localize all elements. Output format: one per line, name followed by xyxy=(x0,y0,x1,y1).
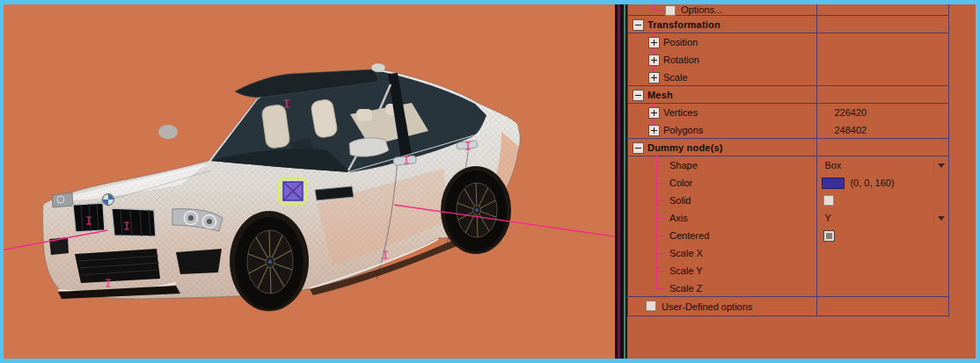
collapse-icon[interactable] xyxy=(633,142,644,154)
expand-icon[interactable] xyxy=(648,54,660,66)
property-row-scale-z[interactable]: Scale Z xyxy=(628,280,948,297)
far-side-mirror xyxy=(158,125,178,139)
viewport-3d[interactable] xyxy=(4,4,614,359)
headlight-bulb-2 xyxy=(207,219,212,224)
bumper-side-intake xyxy=(176,249,222,274)
row-label: Transformation xyxy=(647,19,720,30)
row-label: Scale xyxy=(663,72,688,83)
chevron-down-icon xyxy=(938,216,945,221)
row-label: Options... xyxy=(681,4,722,15)
row-label: Mesh xyxy=(647,90,673,100)
row-label: Scale X xyxy=(669,248,703,258)
color-swatch[interactable] xyxy=(822,178,845,189)
row-label: Position xyxy=(663,37,698,47)
solid-checkbox[interactable] xyxy=(823,195,834,206)
rear-wheel xyxy=(445,171,507,251)
property-row-color[interactable]: Color (0, 0, 160) xyxy=(628,174,948,192)
axis-value: Y xyxy=(824,213,830,223)
row-label: Rotation xyxy=(663,54,699,65)
viewport-panel-splitter[interactable] xyxy=(614,4,627,359)
row-label: Scale Z xyxy=(669,283,702,294)
tree-line xyxy=(656,288,665,289)
property-row-rotation[interactable]: Rotation xyxy=(628,51,948,69)
front-wheel xyxy=(235,217,304,309)
property-grid: Options... Transformation Position xyxy=(627,4,949,316)
tree-line xyxy=(656,218,665,219)
properties-panel: Options... Transformation Position xyxy=(627,4,976,359)
row-label: Shape xyxy=(669,160,698,171)
expand-icon[interactable] xyxy=(648,125,660,136)
vertices-value: 226420 xyxy=(834,107,867,118)
property-row-user-defined-options[interactable]: User-Defined options xyxy=(628,297,948,316)
tree-line xyxy=(656,183,665,184)
property-row-centered[interactable]: Centered xyxy=(628,227,948,244)
row-label: Centered xyxy=(669,230,709,241)
row-label: Dummy node(s) xyxy=(647,142,723,153)
row-label: Color xyxy=(669,178,692,188)
property-row-scale-y[interactable]: Scale Y xyxy=(628,262,948,280)
expand-icon[interactable] xyxy=(648,37,660,48)
property-row-options[interactable]: Options... xyxy=(628,4,948,16)
car-model[interactable] xyxy=(43,63,521,311)
property-row-vertices[interactable]: Vertices 226420 xyxy=(628,104,948,121)
tree-line xyxy=(656,165,665,166)
property-row-transformation[interactable]: Transformation xyxy=(628,16,948,33)
polygons-value: 248402 xyxy=(834,125,867,135)
row-label: Axis xyxy=(669,213,688,223)
expand-icon[interactable] xyxy=(648,107,660,119)
shape-value: Box xyxy=(824,160,841,171)
color-value: (0, 0, 160) xyxy=(850,178,894,188)
collapse-icon[interactable] xyxy=(633,19,644,31)
property-row-dummy-nodes[interactable]: Dummy node(s) xyxy=(628,139,948,156)
collapse-icon[interactable] xyxy=(633,90,644,101)
row-label: Polygons xyxy=(663,125,703,135)
property-row-mesh[interactable]: Mesh xyxy=(628,86,948,104)
row-label: Solid xyxy=(669,195,691,206)
tree-line xyxy=(656,200,665,201)
property-row-scale[interactable]: Scale xyxy=(628,69,948,86)
tree-line xyxy=(653,10,664,11)
tree-line xyxy=(656,236,665,236)
property-row-solid[interactable]: Solid xyxy=(628,192,948,209)
headlight-bulb-1 xyxy=(188,215,194,221)
viewport-canvas[interactable] xyxy=(4,4,614,359)
centered-checkbox[interactable] xyxy=(823,230,835,242)
tree-line xyxy=(656,271,665,272)
app-window: Options... Transformation Position xyxy=(0,0,980,363)
options-checkbox[interactable] xyxy=(665,5,676,16)
row-label: Scale Y xyxy=(669,265,703,276)
row-label: Vertices xyxy=(663,107,698,118)
axis-dropdown-button[interactable] xyxy=(933,211,947,225)
selected-dummy-node[interactable] xyxy=(279,178,306,204)
property-row-shape[interactable]: Shape Box xyxy=(628,156,948,174)
roof-antenna xyxy=(371,63,385,72)
property-row-position[interactable]: Position xyxy=(628,33,948,51)
expand-icon[interactable] xyxy=(648,72,660,83)
property-row-axis[interactable]: Axis Y xyxy=(628,209,948,227)
chevron-down-icon xyxy=(938,163,945,168)
shape-dropdown-button[interactable] xyxy=(933,158,947,172)
tree-line xyxy=(656,253,665,254)
row-label: User-Defined options xyxy=(662,301,752,312)
user-defined-options-checkbox[interactable] xyxy=(646,301,656,311)
property-row-scale-x[interactable]: Scale X xyxy=(628,244,948,262)
far-headlight xyxy=(52,192,73,207)
property-row-polygons[interactable]: Polygons 248402 xyxy=(628,121,948,139)
